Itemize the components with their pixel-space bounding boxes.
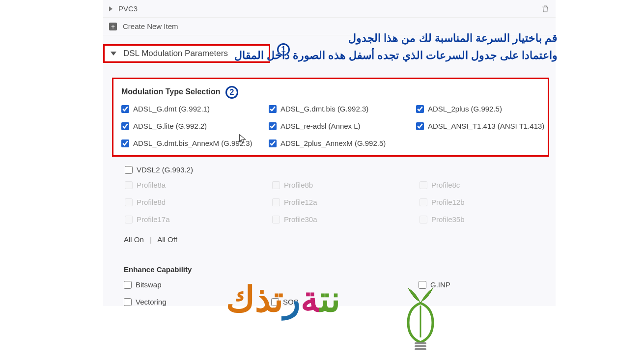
trash-icon[interactable] <box>541 4 550 13</box>
checkbox-vdsl2[interactable]: VDSL2 (G.993.2) <box>125 166 556 174</box>
modulation-type-heading: Modulation Type Selection 2 <box>121 86 540 99</box>
checkbox-input <box>272 181 280 189</box>
checkbox-adsl-ansi[interactable]: ADSL_ANSI_T1.413 (ANSI T1.413) <box>416 122 554 130</box>
checkbox-adsl-2plus[interactable]: ADSL_2plus (G.992.5) <box>416 105 554 113</box>
checkbox-input[interactable] <box>121 122 129 130</box>
all-on-off-row: All On | All Off <box>124 235 556 244</box>
bulb-leaf-icon <box>398 278 443 357</box>
modulation-checkbox-grid: ADSL_G.dmt (G.992.1) ADSL_G.dmt.bis (G.9… <box>121 105 540 147</box>
checkbox-input[interactable] <box>121 105 129 113</box>
profile-grid: Profile8a Profile8b Profile8c Profile8d … <box>125 181 556 223</box>
create-new-item-label: Create New Item <box>123 22 178 30</box>
checkbox-profile30a: Profile30a <box>272 215 420 223</box>
checkbox-input <box>272 198 280 206</box>
checkbox-sos[interactable]: SOS <box>271 298 419 306</box>
checkbox-input[interactable] <box>269 122 277 130</box>
arabic-annotation: قم باختيار السرعة المناسبة لك من هذا الج… <box>234 29 558 64</box>
checkbox-profile35b: Profile35b <box>420 215 557 223</box>
checkbox-input[interactable] <box>269 105 277 113</box>
checkbox-profile17a: Profile17a <box>125 215 272 223</box>
checkbox-adsl-gdmt[interactable]: ADSL_G.dmt (G.992.1) <box>121 105 269 113</box>
checkbox-input[interactable] <box>124 298 132 306</box>
vdsl2-row: VDSL2 (G.993.2) <box>125 166 556 174</box>
cursor-icon <box>238 134 249 144</box>
item-pvc3-row[interactable]: PVC3 <box>103 0 556 18</box>
checkbox-input <box>420 216 427 223</box>
checkbox-adsl-glite[interactable]: ADSL_G.lite (G.992.2) <box>121 122 269 130</box>
checkbox-input <box>420 181 427 189</box>
checkbox-profile8d: Profile8d <box>125 198 272 206</box>
section-title: DSL Modulation Parameters <box>123 49 228 58</box>
arabic-line-2: واعتمادا على جدول السرعات الذي تجده أسفل… <box>234 47 558 64</box>
checkbox-input[interactable] <box>125 166 133 174</box>
checkbox-profile8a: Profile8a <box>125 181 272 189</box>
all-off-link[interactable]: All Off <box>157 235 177 244</box>
separator: | <box>150 235 152 244</box>
checkbox-profile12b: Profile12b <box>420 198 557 206</box>
expand-right-icon <box>109 6 112 11</box>
checkbox-bitswap[interactable]: Bitswap <box>124 280 271 289</box>
checkbox-input <box>420 198 427 206</box>
checkbox-adsl-readsl[interactable]: ADSL_re-adsl (Annex L) <box>269 122 416 130</box>
modulation-type-box: Modulation Type Selection 2 ADSL_G.dmt (… <box>112 78 549 157</box>
chevron-down-icon <box>111 52 116 56</box>
checkbox-profile8c: Profile8c <box>420 181 557 189</box>
checkbox-input <box>125 198 133 206</box>
checkbox-input[interactable] <box>269 139 277 147</box>
checkbox-profile12a: Profile12a <box>272 198 420 206</box>
item-pvc3-label: PVC3 <box>118 4 138 13</box>
checkbox-input[interactable] <box>271 298 279 306</box>
checkbox-input[interactable] <box>121 139 129 147</box>
enhance-heading: Enhance Capability <box>124 265 556 274</box>
checkbox-input[interactable] <box>416 122 424 130</box>
checkbox-adsl-gdmtbis[interactable]: ADSL_G.dmt.bis (G.992.3) <box>269 105 416 113</box>
all-on-link[interactable]: All On <box>124 235 144 244</box>
checkbox-input <box>272 216 280 223</box>
checkbox-input[interactable] <box>124 281 132 289</box>
callout-badge-2: 2 <box>225 86 238 99</box>
checkbox-vectoring[interactable]: Vectoring <box>124 298 271 306</box>
checkbox-adsl-2plus-annexm[interactable]: ADSL_2plus_AnnexM (G.992.5) <box>269 139 416 147</box>
enhance-grid: Bitswap G.INP Vectoring SOS <box>124 280 556 306</box>
checkbox-profile8b: Profile8b <box>272 181 420 189</box>
enhance-capability-section: Enhance Capability Bitswap G.INP Vectori… <box>124 265 556 306</box>
checkbox-input[interactable] <box>416 105 424 113</box>
checkbox-input <box>125 181 133 189</box>
arabic-line-1: قم باختيار السرعة المناسبة لك من هذا الج… <box>234 29 558 47</box>
plus-icon: + <box>109 23 117 30</box>
checkbox-input <box>125 216 133 223</box>
